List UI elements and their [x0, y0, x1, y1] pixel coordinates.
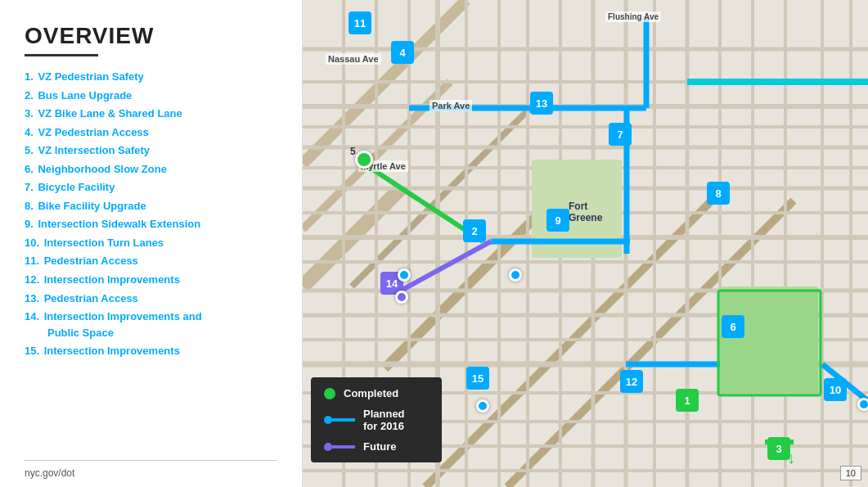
marker-2[interactable]: 2	[463, 219, 486, 242]
route-dot-blue-4	[857, 398, 868, 411]
list-item[interactable]: 3. VZ Bike Lane & Shared Lane	[25, 106, 277, 121]
svg-line-1	[303, 0, 466, 164]
marker-13[interactable]: 13	[530, 92, 553, 115]
list-item[interactable]: 1. VZ Pedestrian Safety	[25, 70, 277, 84]
list-item[interactable]: 14. Intersection Improvements and	[25, 309, 277, 324]
legend-planned: Plannedfor 2016	[324, 408, 429, 432]
svg-line-2	[303, 82, 450, 229]
left-panel: OVERVIEW 1. VZ Pedestrian Safety 2. Bus …	[0, 0, 303, 487]
marker-11[interactable]: 11	[349, 11, 371, 34]
list-item[interactable]: 6. Neighborhood Slow Zone	[25, 162, 277, 177]
legend-completed-icon	[324, 388, 335, 399]
legend-completed: Completed	[324, 387, 429, 399]
list-item[interactable]: 10. Intersection Turn Lanes	[25, 236, 277, 250]
route-dot-blue-2	[398, 268, 411, 282]
page-title: OVERVIEW	[25, 23, 277, 49]
marker-8[interactable]: 8	[707, 182, 730, 205]
marker-10[interactable]: 10	[824, 378, 847, 401]
legend-planned-label: Plannedfor 2016	[363, 408, 405, 432]
arrow-indicator: ↓	[787, 449, 795, 467]
list-item[interactable]: 4. VZ Pedestrian Access	[25, 125, 277, 140]
svg-line-52	[401, 241, 491, 291]
marker-4[interactable]: 4	[391, 41, 414, 64]
marker-7[interactable]: 7	[609, 123, 632, 146]
route-dot-purple-1	[395, 291, 408, 304]
list-item[interactable]: 9. Intersection Sidewalk Extension	[25, 217, 277, 232]
map-legend: Completed Plannedfor 2016 Future	[311, 377, 442, 462]
map-label-nassau: Nassau Ave	[326, 53, 381, 65]
list-item[interactable]: 8. Bike Facility Upgrade	[25, 199, 277, 214]
marker-9[interactable]: 9	[546, 209, 569, 232]
marker-5-dot[interactable]	[355, 151, 373, 169]
svg-line-5	[385, 164, 589, 368]
map-scale: 10	[840, 466, 861, 480]
list-item[interactable]: 5. VZ Intersection Safety	[25, 143, 277, 158]
svg-line-6	[425, 201, 712, 487]
svg-rect-55	[718, 291, 821, 395]
website-url: nyc.gov/dot	[25, 460, 277, 479]
route-dot-blue-1	[509, 268, 522, 282]
map-panel: Nassau Ave Park Ave Myrtle Ave FortGreen…	[303, 0, 868, 487]
legend-future: Future	[324, 440, 429, 453]
svg-line-7	[507, 201, 794, 487]
project-list: 1. VZ Pedestrian Safety 2. Bus Lane Upgr…	[25, 70, 277, 452]
map-label-fort-greene: FortGreene	[569, 201, 602, 223]
list-item-sub: Public Space	[25, 326, 277, 340]
svg-rect-44	[720, 286, 818, 393]
marker-15[interactable]: 15	[466, 367, 489, 390]
svg-line-3	[352, 106, 532, 286]
list-item[interactable]: 12. Intersection Improvements	[25, 273, 277, 287]
list-item[interactable]: 2. Bus Lane Upgrade	[25, 88, 277, 103]
svg-rect-43	[532, 160, 622, 258]
list-item[interactable]: 11. Pedestrian Access	[25, 254, 277, 268]
map-label-park: Park Ave	[430, 100, 472, 111]
list-item[interactable]: 13. Pedestrian Access	[25, 291, 277, 306]
list-item[interactable]: 7. Bicycle Facility	[25, 180, 277, 195]
route-dot-blue-3	[476, 399, 489, 413]
marker-12[interactable]: 12	[620, 370, 643, 393]
legend-planned-icon	[324, 416, 355, 424]
marker-5-label: 5	[350, 146, 356, 157]
legend-future-icon	[324, 443, 355, 451]
legend-completed-label: Completed	[344, 387, 398, 399]
title-divider	[25, 54, 98, 56]
legend-future-label: Future	[363, 440, 396, 453]
map-label-flushing: Flushing Ave	[605, 11, 661, 22]
marker-1[interactable]: 1	[676, 389, 699, 412]
list-item[interactable]: 15. Intersection Improvements	[25, 344, 277, 358]
marker-6[interactable]: 6	[722, 315, 744, 338]
